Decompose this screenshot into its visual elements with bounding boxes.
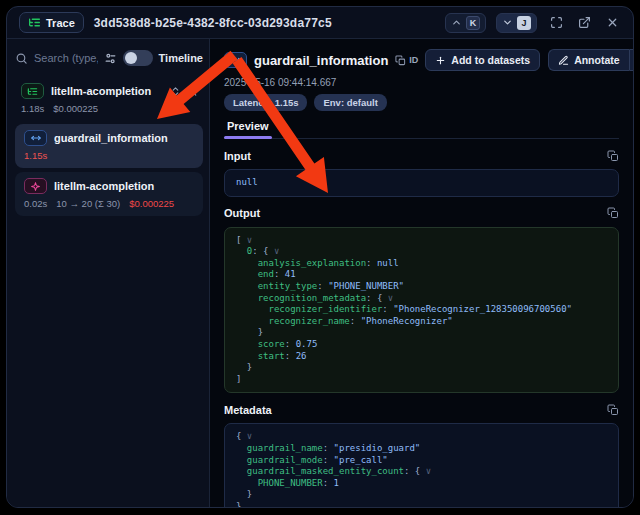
chevron-up-icon (451, 17, 462, 28)
span-arrows-icon (224, 52, 247, 68)
search-icon (15, 52, 28, 65)
top-bar: Trace 3dd538d8-b25e-4382-8fcc-03d293da77… (7, 7, 633, 39)
add-to-datasets-button[interactable]: Add to datasets (425, 49, 540, 71)
latency-badge: Latency: 1.15s (224, 94, 307, 111)
tab-bar: Preview (224, 120, 619, 139)
span-latency: 1.15s (24, 150, 194, 161)
generation-latency: 0.02s (24, 198, 47, 209)
copy-metadata-icon[interactable] (607, 404, 619, 416)
open-external-button[interactable] (575, 14, 593, 32)
copy-output-icon[interactable] (607, 207, 619, 219)
keycap-k: K (466, 16, 480, 30)
tree-item-litellm-acompletion[interactable]: litellm-acompletion 0.02s 10 → 20 (Σ 30)… (15, 172, 203, 216)
span-arrows-icon (24, 130, 47, 146)
input-json-viewer[interactable]: null (224, 169, 619, 197)
trace-latency: 1.18s (21, 103, 44, 114)
tree-item-guardrail-information[interactable]: guardrail_information 1.15s (15, 124, 203, 168)
env-badge: Env: default (314, 94, 386, 111)
trace-tree-icon (28, 16, 41, 29)
close-icon[interactable] (603, 14, 621, 32)
metadata-section: Metadata { ∨ guardrail_name: "presidio_g… (224, 402, 619, 507)
filter-sliders-icon[interactable] (104, 52, 117, 65)
collapse-all-icon[interactable] (188, 86, 199, 97)
observation-detail-panel: guardrail_information ID Add to datasets (210, 39, 633, 507)
trace-detail-window: Trace 3dd538d8-b25e-4382-8fcc-03d293da77… (6, 6, 634, 508)
keycap-j: J (517, 16, 531, 30)
trace-tree-sidebar: Timeline litellm-acompletion (7, 39, 210, 507)
observation-timestamp: 2025-05-16 09:44:14.667 (224, 77, 619, 88)
expand-fullscreen-button[interactable] (547, 14, 565, 32)
pencil-icon (558, 55, 569, 66)
generation-tokens: 10 → 20 (Σ 30) (56, 198, 120, 209)
input-section-label: Input (224, 150, 251, 162)
nav-down-shortcut[interactable]: J (496, 13, 537, 33)
trace-badge-label: Trace (46, 17, 75, 29)
metadata-json-viewer[interactable]: { ∨ guardrail_name: "presidio_guard" gua… (224, 423, 619, 507)
tab-preview[interactable]: Preview (224, 120, 272, 138)
input-section: Input null (224, 148, 619, 197)
timeline-toggle[interactable] (123, 50, 153, 66)
copy-id-icon[interactable] (395, 55, 406, 66)
page-title: guardrail_information (254, 53, 388, 68)
tree-item-title: guardrail_information (54, 132, 194, 144)
output-json-viewer[interactable]: [ ∨ 0: { ∨ analysis_explanation: null en… (224, 227, 619, 394)
tree-item-title: litellm-acompletion (51, 85, 163, 97)
copy-input-icon[interactable] (607, 150, 619, 162)
timeline-toggle-label: Timeline (159, 52, 203, 64)
tree-item-root-trace[interactable]: litellm-acompletion 1.18s $0.000225 (15, 81, 203, 120)
trace-tree-icon (21, 83, 44, 99)
trace-cost: $0.000225 (53, 103, 98, 114)
tree-item-title: litellm-acompletion (54, 180, 194, 192)
output-section-label: Output (224, 207, 260, 219)
generation-sparkle-icon (24, 178, 47, 194)
chevron-down-icon (502, 17, 513, 28)
generation-cost: $0.000225 (129, 198, 174, 209)
search-input[interactable] (34, 52, 98, 64)
nav-up-shortcut[interactable]: K (445, 13, 486, 33)
output-section: Output [ ∨ 0: { ∨ analysis_explanation: … (224, 206, 619, 394)
annotate-dropdown-button[interactable] (629, 49, 633, 71)
trace-id: 3dd538d8-b25e-4382-8fcc-03d293da77c5 (94, 16, 332, 30)
annotate-button[interactable]: Annotate (548, 49, 629, 71)
id-label: ID (409, 55, 418, 65)
expand-all-icon[interactable] (170, 86, 181, 97)
metadata-section-label: Metadata (224, 404, 272, 416)
trace-type-badge: Trace (19, 12, 84, 33)
plus-icon (435, 55, 446, 66)
